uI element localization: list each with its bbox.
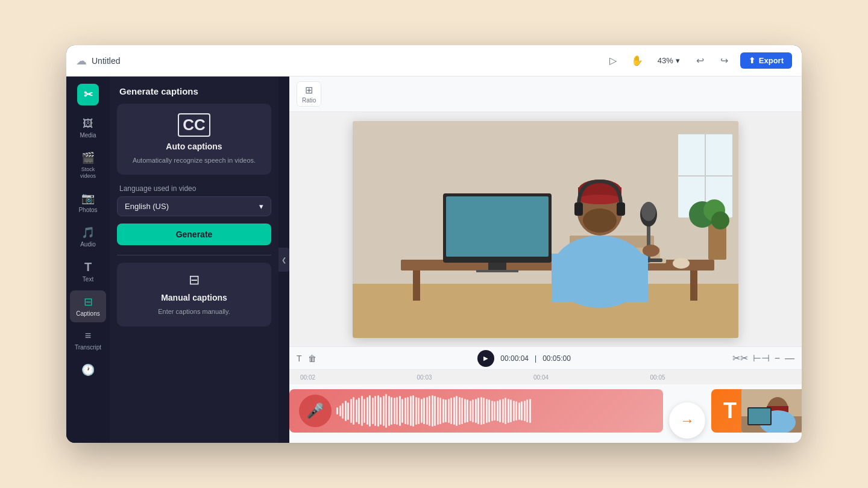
wave-bar bbox=[404, 398, 406, 424]
wave-bar bbox=[502, 399, 504, 424]
svg-rect-8 bbox=[413, 271, 420, 301]
top-bar-actions: ▷ ✋ 43% ▾ ↩ ↪ ⬆ Export bbox=[605, 52, 792, 69]
svg-rect-13 bbox=[476, 270, 518, 272]
wave-bar bbox=[491, 401, 493, 422]
sidebar-label-audio: Audio bbox=[80, 241, 96, 248]
top-bar-left: ☁ Untitled bbox=[76, 54, 120, 67]
text-tool-icon[interactable]: T bbox=[297, 354, 302, 363]
split-icon[interactable]: ✂✂ bbox=[732, 352, 748, 364]
wave-bar bbox=[426, 397, 428, 425]
hand-tool-icon: ✋ bbox=[631, 55, 643, 66]
wave-bar bbox=[361, 396, 363, 425]
wave-bar bbox=[388, 396, 390, 425]
sidebar-label-media: Media bbox=[80, 132, 96, 139]
text-icon: T bbox=[84, 260, 92, 274]
merge-icon[interactable]: ⊢⊣ bbox=[753, 352, 770, 364]
wave-bar bbox=[377, 395, 379, 427]
play-button[interactable]: ▶ bbox=[477, 350, 494, 367]
sidebar-item-captions[interactable]: ⊟ Captions bbox=[70, 290, 106, 322]
collapse-panel-button[interactable]: ❮ bbox=[278, 248, 289, 272]
main-content: ✂ 🖼 Media 🎬 Stockvideos 📷 Photos 🎵 Audio… bbox=[66, 77, 802, 443]
wave-bar bbox=[407, 397, 409, 425]
wave-bar bbox=[475, 399, 477, 424]
text-track-icon: T bbox=[723, 398, 737, 424]
sidebar-label-text: Text bbox=[83, 276, 93, 283]
manual-captions-card: ⊟ Manual captions Enter captions manuall… bbox=[117, 263, 271, 326]
video-content bbox=[353, 121, 738, 338]
wave-bar bbox=[464, 399, 466, 424]
timeline-area: T 🗑 ▶ 00:00:04 | 00:05:00 ✂✂ ⊢⊣ − — bbox=[289, 346, 802, 443]
sidebar-item-transcript[interactable]: ≡ Transcript bbox=[70, 325, 106, 356]
ruler-marks: 00:02 00:03 00:04 00:05 bbox=[299, 374, 766, 381]
tracks-content: 🎤 → T Text bbox=[289, 384, 802, 443]
hand-tool-button[interactable]: ✋ bbox=[629, 52, 646, 69]
auto-captions-card: CC Auto captions Automatically recognize… bbox=[117, 104, 271, 175]
svg-point-29 bbox=[578, 195, 621, 204]
export-button[interactable]: ⬆ Export bbox=[740, 52, 792, 69]
delete-clip-icon[interactable]: 🗑 bbox=[308, 354, 316, 363]
zoom-control[interactable]: 43% ▾ bbox=[653, 54, 685, 67]
wave-bar bbox=[336, 407, 338, 414]
redo-button[interactable]: ↪ bbox=[716, 52, 733, 69]
svg-rect-9 bbox=[690, 271, 697, 301]
wave-bar bbox=[437, 397, 439, 425]
sidebar-item-text[interactable]: T Text bbox=[70, 255, 106, 288]
stock-videos-icon: 🎬 bbox=[81, 151, 95, 164]
timeline-ruler: 00:02 00:03 00:04 00:05 bbox=[289, 370, 802, 384]
manual-captions-icon: ⊟ bbox=[189, 272, 200, 288]
logo-icon: ✂ bbox=[84, 88, 93, 101]
wave-bar bbox=[399, 396, 401, 425]
sidebar-item-photos[interactable]: 📷 Photos bbox=[70, 187, 106, 219]
wave-bar bbox=[459, 397, 461, 425]
video-thumbnail-track[interactable] bbox=[741, 389, 802, 433]
generate-button[interactable]: Generate bbox=[117, 224, 271, 245]
wave-bar bbox=[486, 399, 488, 424]
top-bar: ☁ Untitled ▷ ✋ 43% ▾ ↩ ↪ ⬆ Export bbox=[66, 45, 802, 77]
zoom-out-icon[interactable]: − bbox=[775, 353, 780, 364]
arrow-icon: → bbox=[680, 412, 694, 429]
sidebar-item-stock-videos[interactable]: 🎬 Stockvideos bbox=[70, 146, 106, 184]
sidebar-item-media[interactable]: 🖼 Media bbox=[70, 113, 106, 144]
ruler-mark-2: 00:04 bbox=[532, 374, 649, 381]
ratio-label: Ratio bbox=[302, 97, 316, 104]
preview-area: ⊞ Ratio bbox=[289, 77, 802, 443]
manual-captions-desc: Enter captions manually. bbox=[158, 307, 230, 316]
wave-bar bbox=[423, 398, 425, 424]
wave-bar bbox=[450, 398, 452, 424]
language-label: Language used in video bbox=[110, 184, 278, 193]
language-value: English (US) bbox=[125, 202, 169, 211]
sidebar-item-audio[interactable]: 🎵 Audio bbox=[70, 221, 106, 253]
language-select[interactable]: English (US) ▾ bbox=[117, 196, 271, 216]
current-time: 00:00:04 bbox=[500, 354, 529, 363]
sidebar: ✂ 🖼 Media 🎬 Stockvideos 📷 Photos 🎵 Audio… bbox=[66, 77, 110, 443]
ratio-button[interactable]: ⊞ Ratio bbox=[297, 81, 321, 107]
wave-bar bbox=[456, 396, 458, 425]
play-mode-icon: ▷ bbox=[609, 55, 617, 66]
wave-bar bbox=[353, 397, 354, 425]
wave-bar bbox=[521, 401, 523, 421]
video-preview bbox=[353, 121, 738, 338]
time-separator: | bbox=[535, 354, 536, 363]
svg-rect-32 bbox=[617, 202, 625, 216]
audio-track[interactable]: 🎤 bbox=[289, 389, 663, 433]
wave-bar bbox=[396, 397, 398, 425]
sidebar-item-history[interactable]: 🕐 bbox=[70, 358, 106, 381]
wave-bar bbox=[483, 398, 485, 424]
wave-bar bbox=[418, 398, 420, 424]
play-mode-button[interactable]: ▷ bbox=[605, 52, 621, 69]
auto-captions-title: Auto captions bbox=[166, 142, 222, 151]
timeline-more-icon[interactable]: — bbox=[785, 353, 794, 364]
wave-bar bbox=[401, 399, 403, 424]
undo-icon: ↩ bbox=[696, 55, 704, 66]
project-title[interactable]: Untitled bbox=[92, 56, 120, 66]
svg-point-30 bbox=[583, 208, 617, 233]
auto-captions-desc: Automatically recognize speech in videos… bbox=[133, 156, 256, 165]
undo-button[interactable]: ↩ bbox=[692, 52, 709, 69]
wave-bar bbox=[515, 401, 517, 421]
wave-bar bbox=[494, 401, 495, 421]
mic-icon: 🎤 bbox=[306, 402, 324, 419]
ruler-mark-1: 00:03 bbox=[416, 374, 533, 381]
wave-bar bbox=[358, 398, 360, 424]
wave-bar bbox=[383, 396, 385, 425]
wave-bar bbox=[356, 399, 357, 422]
